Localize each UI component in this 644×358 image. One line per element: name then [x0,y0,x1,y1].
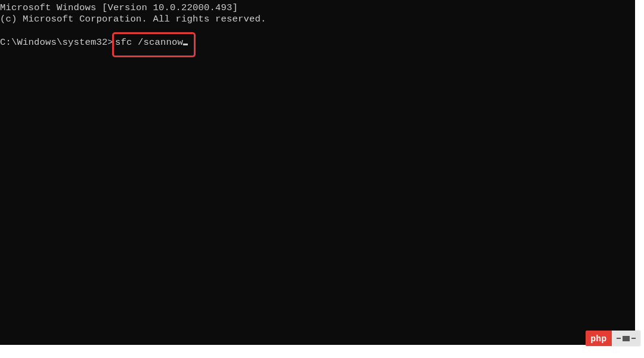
terminal-cursor [183,44,188,45]
terminal-prompt: C:\Windows\system32> [0,37,113,48]
watermark-text: php [586,331,612,346]
terminal-header-line-2: (c) Microsoft Corporation. All rights re… [0,14,635,25]
watermark-badge: php [586,331,640,346]
terminal-prompt-line[interactable]: C:\Windows\system32>sfc /scannow [0,36,635,57]
terminal-header-line-1: Microsoft Windows [Version 10.0.22000.49… [0,2,635,14]
watermark-graphic [612,331,640,346]
watermark-block-icon [623,336,630,341]
terminal-command-input[interactable]: sfc /scannow [115,37,183,48]
watermark-dash-icon [631,338,636,339]
command-prompt-window[interactable]: Microsoft Windows [Version 10.0.22000.49… [0,0,635,345]
watermark-dash-icon [617,338,621,339]
terminal-blank-line [0,25,635,36]
annotation-highlight-box: sfc /scannow [112,32,196,57]
